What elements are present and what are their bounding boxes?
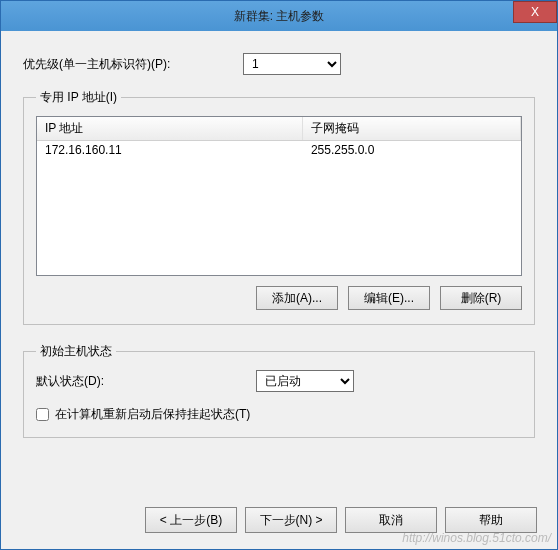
back-button[interactable]: < 上一步(B) <box>145 507 237 533</box>
cell-mask: 255.255.0.0 <box>303 141 521 160</box>
col-ip[interactable]: IP 地址 <box>37 117 303 141</box>
watermark: http://winos.blog.51cto.com/ <box>402 531 551 545</box>
initial-state-group: 初始主机状态 默认状态(D): 已启动 在计算机重新启动后保持挂起状态(T) <box>23 343 535 438</box>
suspend-checkbox-label: 在计算机重新启动后保持挂起状态(T) <box>55 406 250 423</box>
col-mask[interactable]: 子网掩码 <box>303 117 521 141</box>
ip-table: IP 地址 子网掩码 172.16.160.11 255.255.0.0 <box>37 117 521 159</box>
close-button[interactable]: X <box>513 1 557 23</box>
titlebar: 新群集: 主机参数 X <box>1 1 557 31</box>
remove-button[interactable]: 删除(R) <box>440 286 522 310</box>
dialog-window: 新群集: 主机参数 X 优先级(单一主机标识符)(P): 1 专用 IP 地址(… <box>0 0 558 550</box>
table-row[interactable]: 172.16.160.11 255.255.0.0 <box>37 141 521 160</box>
ip-address-group: 专用 IP 地址(I) IP 地址 子网掩码 172.16.160.11 255… <box>23 89 535 325</box>
content-area: 优先级(单一主机标识符)(P): 1 专用 IP 地址(I) IP 地址 子网掩… <box>1 31 557 466</box>
priority-select[interactable]: 1 <box>243 53 341 75</box>
priority-row: 优先级(单一主机标识符)(P): 1 <box>23 53 535 75</box>
window-title: 新群集: 主机参数 <box>234 8 325 25</box>
close-icon: X <box>531 5 539 19</box>
suspend-checkbox-row: 在计算机重新启动后保持挂起状态(T) <box>36 406 522 423</box>
wizard-buttons: < 上一步(B) 下一步(N) > 取消 帮助 <box>145 507 537 533</box>
default-state-label: 默认状态(D): <box>36 373 256 390</box>
next-button[interactable]: 下一步(N) > <box>245 507 337 533</box>
help-button[interactable]: 帮助 <box>445 507 537 533</box>
priority-label: 优先级(单一主机标识符)(P): <box>23 56 243 73</box>
cancel-button[interactable]: 取消 <box>345 507 437 533</box>
ip-group-legend: 专用 IP 地址(I) <box>36 89 121 106</box>
default-state-select[interactable]: 已启动 <box>256 370 354 392</box>
cell-ip: 172.16.160.11 <box>37 141 303 160</box>
suspend-checkbox[interactable] <box>36 408 49 421</box>
state-group-legend: 初始主机状态 <box>36 343 116 360</box>
ip-table-container: IP 地址 子网掩码 172.16.160.11 255.255.0.0 <box>36 116 522 276</box>
add-button[interactable]: 添加(A)... <box>256 286 338 310</box>
default-state-row: 默认状态(D): 已启动 <box>36 370 522 392</box>
ip-buttons: 添加(A)... 编辑(E)... 删除(R) <box>36 286 522 310</box>
edit-button[interactable]: 编辑(E)... <box>348 286 430 310</box>
